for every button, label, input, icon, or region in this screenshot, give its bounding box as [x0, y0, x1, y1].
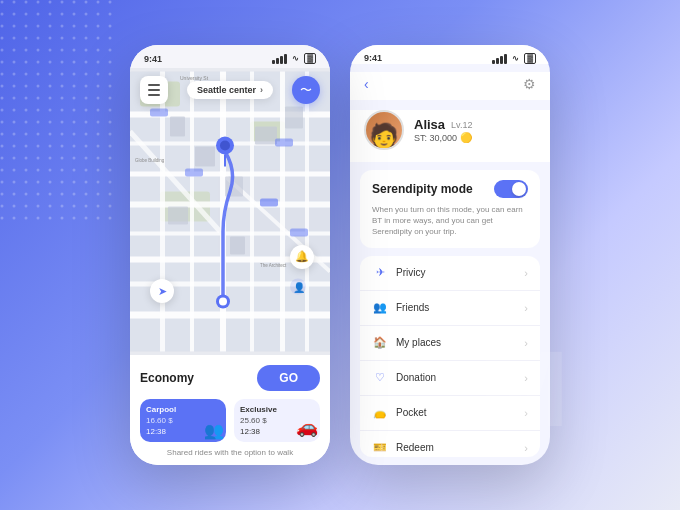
- profile-info: Alisa Lv.12 ST: 30,000 🟡: [414, 117, 472, 143]
- serendipity-title: Serendipity mode: [372, 182, 473, 196]
- ride-cards: Carpool 16.60 $ 12:38 👥 Exclusive 25.60 …: [140, 399, 320, 442]
- signal-icon-2: [492, 54, 507, 64]
- svg-text:The Architect: The Architect: [260, 263, 287, 268]
- shared-label: Shared rides with the option to walk: [140, 448, 320, 457]
- status-icons-1: ∿ ▓: [272, 53, 316, 64]
- wifi-icon: ∿: [292, 54, 299, 63]
- settings-gear-icon[interactable]: ⚙: [523, 76, 536, 92]
- serendipity-row: Serendipity mode: [372, 180, 528, 198]
- go-button[interactable]: GO: [257, 365, 320, 391]
- svg-point-34: [219, 298, 227, 306]
- avatar-figure: 🧑: [369, 124, 399, 148]
- exclusive-title: Exclusive: [240, 405, 314, 414]
- wifi-icon-2: ∿: [512, 54, 519, 63]
- profile-name: Alisa: [414, 117, 445, 132]
- location-label: Seattle center: [197, 85, 256, 95]
- serendipity-toggle[interactable]: [494, 180, 528, 198]
- bell-icon: 🔔: [295, 250, 309, 263]
- profile-st: ST: 30,000 🟡: [414, 132, 472, 143]
- map-area: University St Globe Building The Archite…: [130, 68, 330, 355]
- battery-icon-2: ▓: [524, 53, 536, 64]
- privacy-label: Privicy: [396, 267, 516, 278]
- profile-level: Lv.12: [451, 120, 472, 130]
- carpool-title: Carpool: [146, 405, 220, 414]
- my-places-icon: 🏠: [372, 335, 388, 351]
- svg-rect-18: [250, 72, 254, 352]
- donation-icon: ♡: [372, 370, 388, 386]
- svg-rect-27: [285, 107, 303, 129]
- svg-rect-28: [168, 207, 188, 225]
- redeem-icon: 🎫: [372, 440, 388, 456]
- svg-text:👤: 👤: [293, 281, 306, 294]
- svg-rect-39: [275, 139, 293, 147]
- ride-options-header: Economy GO: [140, 365, 320, 391]
- svg-rect-1: [0, 0, 120, 220]
- menu-item-privacy[interactable]: ✈ Privicy ›: [360, 256, 540, 291]
- signal-icon: [272, 54, 287, 64]
- privacy-arrow: ›: [524, 267, 528, 279]
- svg-rect-23: [170, 117, 185, 137]
- time-2: 9:41: [364, 53, 382, 64]
- svg-rect-40: [185, 169, 203, 177]
- phone-map: 9:41 ∿ ▓: [130, 45, 330, 465]
- phone2-nav: ‹ ⚙: [350, 72, 550, 100]
- carpool-car-icon: 👥: [204, 421, 224, 440]
- status-bar-1: 9:41 ∿ ▓: [130, 45, 330, 68]
- wave-icon: 〜: [300, 82, 312, 99]
- svg-rect-41: [260, 199, 278, 207]
- profile-row: 🧑 Alisa Lv.12 ST: 30,000 🟡: [350, 110, 550, 162]
- profile-name-row: Alisa Lv.12: [414, 117, 472, 132]
- arrow-icon: ➤: [158, 285, 167, 298]
- back-button[interactable]: ‹: [364, 76, 369, 92]
- privacy-icon: ✈: [372, 265, 388, 281]
- status-bar-2: 9:41 ∿ ▓: [350, 45, 550, 64]
- svg-text:Globe Building: Globe Building: [135, 158, 165, 163]
- svg-point-36: [220, 141, 230, 151]
- status-icons-2: ∿ ▓: [492, 53, 536, 64]
- serendipity-description: When you turn on this mode, you can earn…: [372, 204, 528, 238]
- coin-icon: 🟡: [460, 132, 472, 143]
- svg-text:M: M: [479, 328, 569, 449]
- svg-rect-42: [290, 229, 308, 237]
- st-label: ST: 30,000: [414, 133, 457, 143]
- menu-button[interactable]: [140, 76, 168, 104]
- pocket-icon: 👝: [372, 405, 388, 421]
- svg-rect-24: [195, 147, 215, 167]
- map-background: University St Globe Building The Archite…: [130, 68, 330, 355]
- svg-rect-19: [280, 72, 285, 352]
- exclusive-card[interactable]: Exclusive 25.60 $ 12:38 🚗: [234, 399, 320, 442]
- svg-rect-16: [190, 72, 194, 352]
- exclusive-car-icon: 🚗: [296, 416, 318, 438]
- map-header: Seattle center 〜: [130, 76, 330, 104]
- notification-button[interactable]: 🔔: [290, 245, 314, 269]
- bg-map-watermark: M: [470, 300, 650, 480]
- map-bottom-panel: Economy GO Carpool 16.60 $ 12:38 👥 Exclu…: [130, 355, 330, 465]
- economy-label: Economy: [140, 371, 194, 385]
- battery-icon: ▓: [304, 53, 316, 64]
- serendipity-section: Serendipity mode When you turn on this m…: [360, 170, 540, 248]
- svg-rect-20: [305, 72, 309, 352]
- bg-decoration: [0, 0, 120, 220]
- svg-rect-26: [255, 127, 277, 145]
- avatar: 🧑: [364, 110, 404, 150]
- location-pill[interactable]: Seattle center: [187, 81, 273, 99]
- svg-rect-38: [150, 109, 168, 117]
- friends-icon: 👥: [372, 300, 388, 316]
- svg-rect-29: [230, 237, 245, 255]
- time-1: 9:41: [144, 54, 162, 64]
- wave-button[interactable]: 〜: [292, 76, 320, 104]
- carpool-card[interactable]: Carpool 16.60 $ 12:38 👥: [140, 399, 226, 442]
